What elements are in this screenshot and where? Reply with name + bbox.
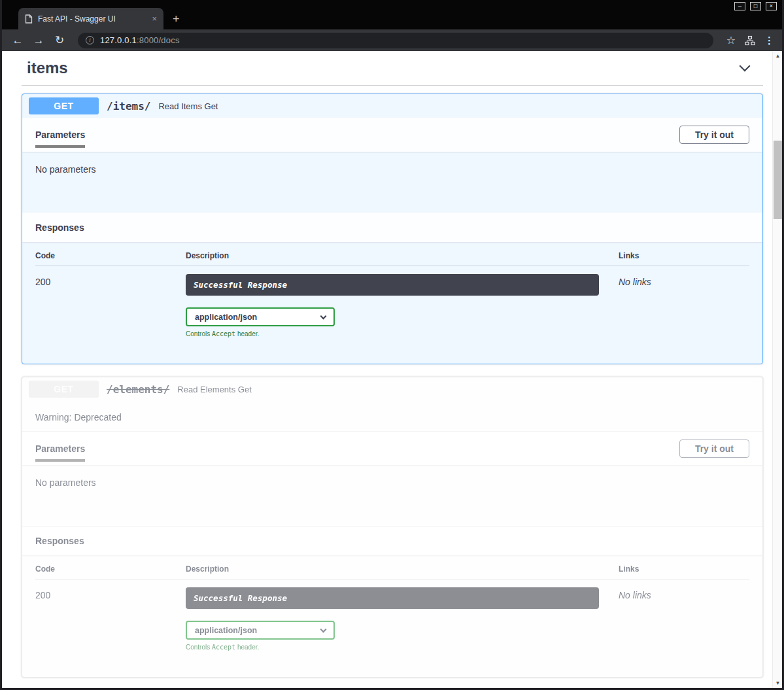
response-code: 200 xyxy=(35,274,186,337)
endpoint-summary: Read Elements Get xyxy=(177,385,251,394)
scrollbar-thumb[interactable] xyxy=(774,141,782,219)
response-description-cell: Successful Response application/json Con… xyxy=(186,587,619,651)
maximize-button[interactable]: □ xyxy=(750,2,761,10)
media-type-select[interactable]: application/json xyxy=(186,307,335,326)
tag-title: items xyxy=(27,59,68,77)
new-tab-button[interactable]: + xyxy=(173,13,180,25)
accept-header-note: Controls Accept header. xyxy=(186,644,619,651)
parameters-tab[interactable]: Parameters xyxy=(35,129,85,140)
browser-window: – □ × Fast API - Swagger UI × + ← → ↻ i … xyxy=(0,0,784,690)
responses-table-head: Code Description Links xyxy=(35,251,749,266)
vertical-scrollbar[interactable]: ▲ ▼ xyxy=(772,51,782,688)
description-column-header: Description xyxy=(186,564,619,574)
endpoint-summary: Read Items Get xyxy=(158,101,218,111)
response-links: No links xyxy=(619,274,749,337)
responses-title: Responses xyxy=(35,536,84,546)
parameters-tab[interactable]: Parameters xyxy=(35,443,85,454)
swagger-content: items GET /items/ Read Items Get Paramet… xyxy=(22,51,763,678)
scroll-up-icon[interactable]: ▲ xyxy=(773,51,782,61)
try-it-out-button[interactable]: Try it out xyxy=(679,126,749,144)
endpoint-path: /items/ xyxy=(107,100,150,112)
browser-menu-icon[interactable]: ⋮ xyxy=(764,35,774,46)
tab-strip: Fast API - Swagger UI × + xyxy=(2,8,782,29)
browser-toolbar: ← → ↻ i 127.0.0.1:8000/docs ☆ ⋮ xyxy=(2,29,782,51)
opblock-summary-items[interactable]: GET /items/ Read Items Get xyxy=(22,94,762,118)
titlebar: – □ × xyxy=(2,0,782,8)
parameters-body: No parameters xyxy=(22,465,762,526)
response-row: 200 Successful Response application/json… xyxy=(35,274,749,337)
toolbar-right: ☆ ⋮ xyxy=(724,34,774,46)
response-description: Successful Response xyxy=(186,274,599,296)
select-chevron-icon xyxy=(320,626,327,632)
tag-section-header-items[interactable]: items xyxy=(22,58,763,86)
media-type-value: application/json xyxy=(195,313,257,322)
reload-icon[interactable]: ↻ xyxy=(52,35,67,46)
close-button[interactable]: × xyxy=(766,2,777,10)
responses-body: Code Description Links 200 Successful Re… xyxy=(22,242,762,364)
response-links: No links xyxy=(619,587,749,651)
responses-table-head: Code Description Links xyxy=(35,564,749,579)
code-column-header: Code xyxy=(35,564,186,574)
window-controls: – □ × xyxy=(734,2,777,10)
response-description: Successful Response xyxy=(186,587,599,609)
info-icon[interactable]: i xyxy=(86,36,94,44)
tab-groups-icon[interactable] xyxy=(745,35,755,46)
page-favicon-icon xyxy=(25,14,33,24)
method-badge-get: GET xyxy=(29,97,99,114)
no-parameters-text: No parameters xyxy=(35,164,96,175)
collapse-chevron-icon[interactable] xyxy=(740,61,751,72)
links-column-header: Links xyxy=(619,564,749,574)
deprecated-warning: Warning: Deprecated xyxy=(22,401,762,431)
responses-body: Code Description Links 200 Successful Re… xyxy=(22,555,762,677)
opblock-get-items: GET /items/ Read Items Get Parameters Tr… xyxy=(22,94,763,364)
response-row: 200 Successful Response application/json… xyxy=(35,587,749,651)
description-column-header: Description xyxy=(186,251,619,260)
minimize-button[interactable]: – xyxy=(734,2,745,10)
responses-header: Responses xyxy=(22,526,762,555)
scroll-down-icon[interactable]: ▼ xyxy=(773,678,782,688)
media-type-value: application/json xyxy=(195,626,257,635)
parameters-header: Parameters Try it out xyxy=(22,118,762,152)
accept-header-note: Controls Accept header. xyxy=(186,330,619,337)
responses-header: Responses xyxy=(22,213,762,242)
endpoint-path: /elements/ xyxy=(107,383,169,396)
bookmark-star-icon[interactable]: ☆ xyxy=(726,34,736,46)
parameters-header: Parameters Try it out xyxy=(22,431,762,465)
url-text: 127.0.0.1:8000/docs xyxy=(100,35,180,45)
opblock-get-elements-deprecated: GET /elements/ Read Elements Get Warning… xyxy=(22,377,763,678)
address-bar[interactable]: i 127.0.0.1:8000/docs xyxy=(78,33,713,48)
browser-tab[interactable]: Fast API - Swagger UI × xyxy=(18,8,163,29)
method-badge-get: GET xyxy=(29,381,99,398)
back-icon[interactable]: ← xyxy=(10,35,26,46)
tab-close-icon[interactable]: × xyxy=(152,14,157,23)
select-chevron-icon xyxy=(320,313,327,319)
response-code: 200 xyxy=(35,587,186,651)
responses-title: Responses xyxy=(35,222,84,233)
forward-icon[interactable]: → xyxy=(31,35,46,46)
response-description-cell: Successful Response application/json Con… xyxy=(186,274,619,337)
links-column-header: Links xyxy=(619,251,749,260)
parameters-body: No parameters xyxy=(22,152,762,213)
media-type-select[interactable]: application/json xyxy=(186,621,335,640)
no-parameters-text: No parameters xyxy=(35,477,96,488)
try-it-out-button[interactable]: Try it out xyxy=(679,440,749,458)
code-column-header: Code xyxy=(35,251,186,260)
opblock-summary-elements[interactable]: GET /elements/ Read Elements Get xyxy=(22,377,762,401)
page-viewport: items GET /items/ Read Items Get Paramet… xyxy=(2,51,782,688)
tab-title: Fast API - Swagger UI xyxy=(38,14,146,24)
